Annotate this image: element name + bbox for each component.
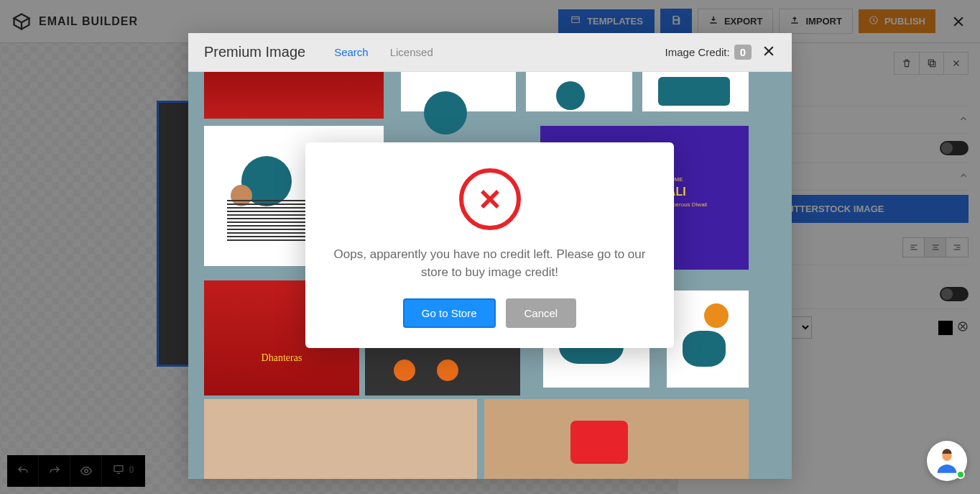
image-tile[interactable] <box>642 72 749 111</box>
tab-licensed[interactable]: Licensed <box>390 46 433 58</box>
alert-message: Oops, apparently you have no credit left… <box>333 246 647 281</box>
image-tile[interactable] <box>204 72 384 119</box>
online-status-dot <box>956 470 965 479</box>
image-credit: Image Credit: 0 <box>665 45 752 60</box>
image-tile[interactable] <box>204 399 477 479</box>
tab-search[interactable]: Search <box>334 46 369 58</box>
credit-label: Image Credit: <box>665 46 730 58</box>
premium-modal-title: Premium Image <box>204 44 305 60</box>
premium-header-right: Image Credit: 0 <box>665 44 776 61</box>
credit-value: 0 <box>734 45 752 60</box>
cancel-button[interactable]: Cancel <box>506 298 577 328</box>
support-chat-avatar[interactable] <box>927 441 967 481</box>
image-tile[interactable] <box>526 72 632 111</box>
no-credit-alert: Oops, apparently you have no credit left… <box>305 142 674 348</box>
image-tile[interactable] <box>484 399 749 479</box>
premium-tabs: Search Licensed <box>334 46 433 58</box>
premium-modal-header: Premium Image Search Licensed Image Cred… <box>188 33 792 72</box>
error-circle-icon <box>459 168 521 230</box>
go-to-store-button[interactable]: Go to Store <box>403 298 496 328</box>
close-premium-icon[interactable] <box>762 44 776 61</box>
image-tile[interactable] <box>667 291 749 388</box>
alert-buttons: Go to Store Cancel <box>333 298 647 328</box>
image-tile[interactable] <box>401 72 516 111</box>
